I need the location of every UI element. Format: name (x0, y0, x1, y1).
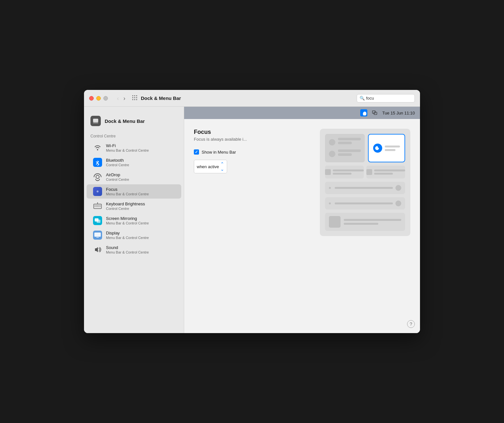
svg-rect-17 (99, 205, 99, 206)
main-content: Dock & Menu Bar Control Centre Wi-Fi Men… (84, 107, 420, 333)
mock-slider-icon-1 (329, 187, 331, 189)
mock-focus-card (368, 134, 405, 162)
airdrop-icon (93, 172, 102, 181)
mock-widget-row (325, 166, 405, 179)
mock-row-1 (329, 138, 361, 147)
svg-rect-22 (99, 206, 99, 207)
grid-icon[interactable] (132, 95, 138, 102)
svg-point-11 (96, 175, 99, 179)
back-button[interactable]: ‹ (116, 95, 120, 102)
maximize-button[interactable] (103, 96, 108, 101)
select-value: when active (197, 164, 219, 169)
mock-focus-moon (373, 144, 382, 153)
sound-icon (93, 245, 102, 254)
menubar-preview: Tue 15 Jun 11:10 (184, 107, 420, 119)
svg-point-8 (136, 99, 137, 100)
mock-slider-bar-2 (335, 202, 393, 204)
sidebar-item-focus[interactable]: Focus Menu Bar & Control Centre (87, 184, 181, 199)
sound-text: Sound Menu Bar & Control Centre (106, 245, 149, 254)
show-in-menubar-checkbox[interactable]: ✓ (194, 149, 199, 155)
svg-rect-28 (96, 237, 99, 238)
close-button[interactable] (89, 96, 94, 101)
svg-rect-20 (96, 206, 97, 207)
detail-pane: Tue 15 Jun 11:10 Focus Focus is always a… (184, 107, 420, 333)
mock-widget-1 (325, 166, 364, 179)
svg-rect-23 (100, 206, 100, 207)
show-in-menubar-label: Show in Menu Bar (202, 150, 236, 155)
when-active-select[interactable]: when active ⌃⌄ (194, 160, 227, 173)
sidebar-item-bluetooth[interactable]: Bluetooth Control Centre (87, 155, 181, 169)
svg-rect-16 (97, 205, 98, 206)
mock-thumbnail-lines (344, 219, 401, 225)
preview-widget (320, 129, 410, 310)
svg-rect-10 (93, 123, 98, 123)
svg-point-7 (134, 99, 135, 100)
mock-slider-icon-2 (329, 202, 331, 204)
keyboard-icon (93, 201, 102, 211)
help-area: ? (184, 320, 420, 333)
sidebar-item-screen-mirroring[interactable]: Screen Mirroring Menu Bar & Control Cent… (87, 213, 181, 228)
sidebar-item-sound[interactable]: Sound Menu Bar & Control Centre (87, 243, 181, 257)
mock-top-row (325, 134, 405, 162)
mock-slider-circle-1 (395, 185, 401, 191)
svg-point-1 (134, 95, 135, 96)
svg-rect-26 (97, 220, 100, 223)
search-input[interactable] (366, 96, 420, 101)
focus-text: Focus Menu Bar & Control Centre (106, 187, 149, 196)
display-text: Display Menu Bar & Control Centre (106, 231, 149, 240)
search-bar[interactable]: 🔍 ✕ (357, 94, 415, 103)
svg-point-0 (132, 95, 133, 96)
svg-rect-19 (95, 206, 95, 207)
svg-rect-14 (95, 205, 95, 206)
svg-rect-27 (94, 233, 101, 237)
bluetooth-text: Bluetooth Control Centre (106, 158, 129, 167)
help-button[interactable]: ? (407, 320, 415, 328)
mock-line-2 (338, 142, 352, 144)
menubar-time: Tue 15 Jun 11:10 (382, 111, 415, 115)
settings-panel: Focus Focus is always available i... ✓ S… (194, 129, 310, 310)
svg-point-4 (134, 97, 135, 98)
mock-line-3 (338, 149, 361, 152)
svg-rect-9 (93, 119, 98, 122)
sidebar-item-wifi[interactable]: Wi-Fi Menu Bar & Control Centre (87, 141, 181, 155)
forward-button[interactable]: › (122, 95, 127, 102)
mock-focus-line-1 (385, 146, 400, 147)
main-window: ‹ › Dock & Menu Bar 🔍 ✕ (84, 90, 420, 333)
keyboard-text: Keyboard Brightness Control Centre (106, 201, 145, 211)
sidebar-header[interactable]: Dock & Menu Bar (84, 113, 184, 129)
mock-circle-1 (329, 139, 335, 146)
mock-w-line-1 (333, 169, 364, 171)
sidebar-header-title: Dock & Menu Bar (105, 118, 145, 124)
screen-mirror-text: Screen Mirroring Menu Bar & Control Cent… (106, 216, 149, 225)
sidebar-item-keyboard[interactable]: Keyboard Brightness Control Centre (87, 199, 181, 213)
svg-rect-15 (96, 205, 97, 206)
checkmark-icon: ✓ (195, 150, 198, 154)
settings-title: Focus (194, 129, 310, 136)
display-icon (93, 231, 102, 240)
traffic-lights (89, 96, 108, 101)
mock-slider-bar-1 (335, 187, 393, 189)
mock-w-line-3 (374, 169, 405, 171)
chevron-updown-icon: ⌃⌄ (220, 161, 224, 172)
mock-thumbnail-line-1 (344, 219, 401, 221)
sidebar-item-display[interactable]: Display Menu Bar & Control Centre (87, 228, 181, 242)
svg-point-6 (132, 99, 133, 100)
sidebar: Dock & Menu Bar Control Centre Wi-Fi Men… (84, 107, 184, 333)
sidebar-item-airdrop[interactable]: AirDrop Control Centre (87, 170, 181, 184)
bluetooth-icon (93, 158, 102, 167)
nav-buttons: ‹ › (116, 95, 127, 102)
mock-line-4 (338, 153, 352, 156)
titlebar: ‹ › Dock & Menu Bar 🔍 ✕ (84, 90, 420, 107)
show-in-menubar-row: ✓ Show in Menu Bar (194, 149, 310, 155)
minimize-button[interactable] (96, 96, 101, 101)
mock-widget-sq-1 (325, 169, 331, 175)
search-icon: 🔍 (360, 96, 365, 101)
wifi-icon (93, 143, 102, 152)
svg-point-3 (132, 97, 133, 98)
mock-thumbnail (329, 216, 341, 228)
svg-point-2 (136, 95, 137, 96)
settings-subtitle: Focus is always available i... (194, 137, 310, 142)
mock-focus-line-2 (385, 149, 395, 151)
mock-slider-row-2 (325, 197, 405, 210)
content-area: Focus Focus is always available i... ✓ S… (184, 119, 420, 320)
